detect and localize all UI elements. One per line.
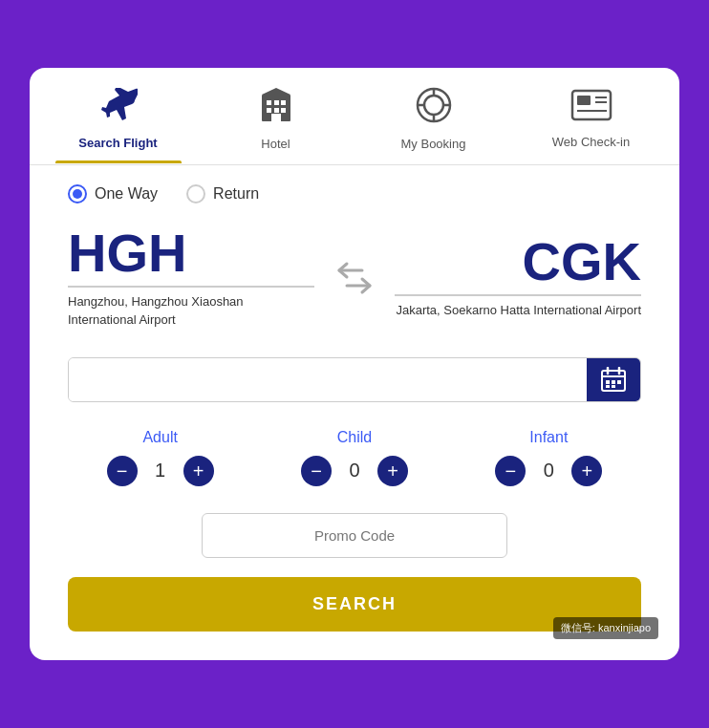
child-group: Child − 0 + (262, 429, 446, 486)
svg-rect-29 (606, 385, 610, 388)
adult-label: Adult (142, 429, 177, 446)
destination-name: Jakarta, Soekarno Hatta International Ai… (395, 302, 641, 319)
svg-rect-5 (274, 108, 279, 113)
infant-controls: − 0 + (495, 456, 602, 486)
child-increase-button[interactable]: + (377, 456, 408, 486)
nav-tabs: Search Flight Hotel (30, 68, 679, 165)
svg-rect-30 (612, 385, 615, 388)
tab-my-booking[interactable]: My Booking (354, 87, 512, 164)
adult-group: Adult − 1 + (68, 429, 252, 486)
child-count: 0 (345, 460, 364, 482)
airport-selector: HGH Hangzhou, Hangzhou Xiaoshan Internat… (68, 226, 641, 328)
adult-increase-button[interactable]: + (183, 456, 214, 486)
watermark: 微信号: kanxinjiapo (553, 617, 658, 639)
booking-icon (416, 87, 452, 131)
adult-decrease-button[interactable]: − (107, 456, 138, 486)
svg-point-10 (424, 96, 443, 115)
tab-my-booking-label: My Booking (401, 137, 466, 151)
svg-rect-16 (577, 96, 591, 105)
return-option[interactable]: Return (186, 184, 259, 203)
origin-code: HGH (68, 226, 314, 280)
one-way-radio[interactable] (68, 184, 87, 203)
origin-divider (68, 286, 314, 288)
checkin-icon (570, 89, 612, 129)
svg-rect-26 (606, 380, 610, 384)
flight-icon (99, 88, 138, 130)
origin-name: Hangzhou, Hangzhou Xiaoshan Internationa… (68, 293, 314, 328)
hotel-icon (259, 87, 293, 131)
return-radio[interactable] (186, 184, 205, 203)
tab-search-flight[interactable]: Search Flight (39, 88, 197, 163)
tab-web-checkin-label: Web Check-in (552, 135, 630, 149)
promo-input[interactable] (202, 513, 507, 558)
one-way-option[interactable]: One Way (68, 184, 158, 203)
tab-web-checkin[interactable]: Web Check-in (512, 89, 670, 162)
adult-count: 1 (151, 460, 170, 482)
tab-hotel-label: Hotel (261, 137, 290, 151)
passenger-selector: Adult − 1 + Child − 0 + Infa (68, 429, 641, 486)
infant-decrease-button[interactable]: − (495, 456, 526, 486)
origin-box[interactable]: HGH Hangzhou, Hangzhou Xiaoshan Internat… (68, 226, 314, 328)
infant-group: Infant − 0 + (457, 429, 641, 486)
svg-rect-7 (271, 114, 281, 121)
destination-code: CGK (395, 235, 641, 289)
destination-box[interactable]: CGK Jakarta, Soekarno Hatta Internationa… (395, 235, 641, 319)
infant-count: 0 (539, 460, 558, 482)
swap-button[interactable] (324, 255, 385, 301)
tab-search-flight-label: Search Flight (78, 136, 157, 150)
svg-rect-1 (267, 100, 271, 105)
calendar-button[interactable] (587, 358, 640, 401)
promo-section (68, 513, 641, 558)
svg-marker-8 (262, 88, 290, 95)
svg-rect-4 (267, 108, 271, 113)
svg-rect-28 (617, 380, 621, 384)
return-label: Return (213, 185, 259, 203)
destination-divider (395, 294, 641, 296)
one-way-label: One Way (95, 185, 158, 203)
svg-rect-27 (612, 380, 615, 384)
infant-increase-button[interactable]: + (571, 456, 602, 486)
date-selector (68, 357, 641, 402)
svg-rect-3 (281, 100, 286, 105)
child-label: Child (337, 429, 372, 446)
child-decrease-button[interactable]: − (301, 456, 332, 486)
infant-label: Infant (529, 429, 568, 446)
adult-controls: − 1 + (107, 456, 214, 486)
child-controls: − 0 + (301, 456, 408, 486)
svg-rect-6 (281, 108, 286, 113)
date-input[interactable] (69, 358, 587, 401)
trip-type-selector: One Way Return (68, 184, 641, 203)
svg-rect-2 (274, 100, 279, 105)
tab-hotel[interactable]: Hotel (197, 87, 354, 164)
